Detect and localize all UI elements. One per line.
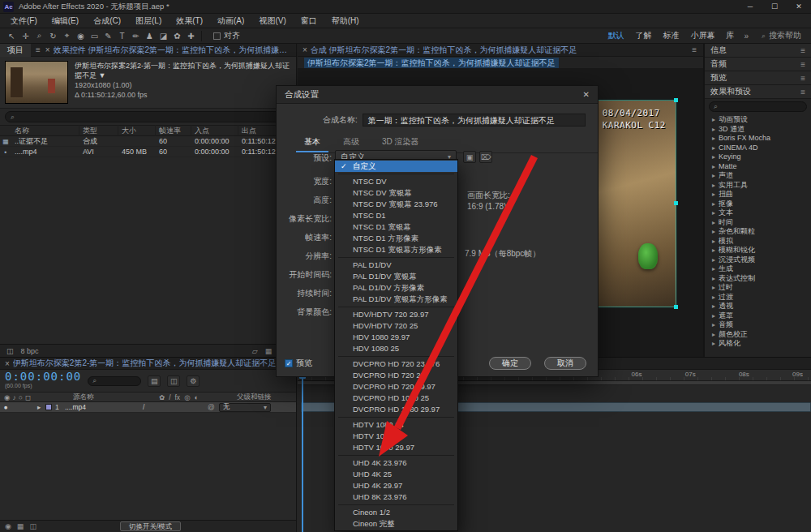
preset-menu-item[interactable]: UHD 8K 23.976: [335, 491, 457, 503]
toggle-switches-modes-button[interactable]: 切换开关/模式: [120, 521, 181, 531]
effects-category[interactable]: Matte: [705, 162, 811, 172]
help-search[interactable]: ⌕ 搜索帮助: [762, 30, 801, 41]
tab-close-icon[interactable]: ×: [45, 45, 50, 54]
half-icon[interactable]: ◫: [29, 522, 36, 530]
shape-tool-icon[interactable]: ▭: [88, 29, 101, 42]
lock-icon[interactable]: ◻: [25, 393, 31, 401]
menu-item[interactable]: 窗口: [294, 15, 324, 27]
layer-handle[interactable]: [674, 201, 678, 205]
preset-menu-item[interactable]: PAL D1/DV: [335, 260, 457, 271]
preset-menu-item[interactable]: DVCPRO HD 1080 25: [335, 393, 457, 404]
workspace-item[interactable]: 默认: [607, 30, 624, 41]
preset-menu-item[interactable]: HDTV 1080 25: [335, 431, 457, 442]
audio-icon[interactable]: ♪: [12, 393, 15, 401]
snap-toggle[interactable]: 对齐: [213, 30, 240, 41]
tab-close-icon[interactable]: ×: [5, 359, 10, 368]
effects-category[interactable]: 动画预设: [705, 115, 811, 125]
composition-mini-flowchart-icon[interactable]: ▤: [148, 375, 161, 387]
clone-stamp-tool-icon[interactable]: ♟: [143, 29, 157, 42]
column-header[interactable]: 类型: [79, 125, 118, 136]
tab-project[interactable]: 项目: [0, 44, 31, 57]
menu-item[interactable]: 视图(V): [251, 15, 293, 27]
workspace-item[interactable]: 小屏幕: [690, 30, 714, 41]
effects-category[interactable]: 颜色校正: [705, 330, 811, 340]
flyout-icon[interactable]: ▼: [99, 71, 106, 79]
effects-category[interactable]: 模糊和锐化: [705, 246, 811, 255]
effects-category[interactable]: Boris FX Mocha: [705, 134, 811, 144]
bit-depth-indicator[interactable]: 8 bpc: [21, 347, 39, 355]
layer-handle[interactable]: [674, 98, 678, 102]
parent-link-column[interactable]: 父级和链接: [237, 393, 296, 402]
workspace-overflow-icon[interactable]: »: [744, 32, 749, 41]
preset-menu-item[interactable]: UHD 4K 23.976: [335, 457, 457, 469]
effects-category[interactable]: 过时: [705, 283, 811, 293]
grid-icon[interactable]: ▦: [17, 522, 24, 530]
viewer-tab[interactable]: 合成 伊斯坦布尔探案2第一期：监控拍下凶杀，为何抓捕嫌疑人却证据不足: [311, 45, 687, 56]
preset-menu-item[interactable]: 自定义: [335, 161, 457, 172]
effects-category[interactable]: 声道: [705, 171, 811, 181]
effects-category[interactable]: 生成: [705, 264, 811, 274]
panel-menu-icon[interactable]: ≡: [800, 46, 805, 55]
zoom-tool-icon[interactable]: ⌕: [32, 29, 46, 42]
timeline-settings-icon[interactable]: ⚙: [187, 375, 200, 387]
layer-label-color[interactable]: [45, 404, 52, 410]
eye-icon[interactable]: ◉: [4, 393, 10, 401]
breadcrumb[interactable]: 伊斯坦布尔探案2第一期：监控拍下凶杀，为何抓捕嫌疑人却证据不足: [304, 58, 559, 68]
effects-category[interactable]: 表达式控制: [705, 274, 811, 284]
new-composition-icon[interactable]: ▦: [265, 347, 272, 355]
effects-category[interactable]: 遮罩: [705, 311, 811, 321]
preset-menu-item[interactable]: PAL D1/DV 方形像素: [335, 282, 457, 294]
preset-menu-item[interactable]: NTSC D1 宽银幕方形像素: [335, 244, 457, 255]
current-timecode[interactable]: 0:00:00:00: [5, 372, 81, 381]
menu-item[interactable]: 图层(L): [128, 15, 169, 27]
preset-menu-item[interactable]: NTSC DV: [335, 176, 457, 187]
preset-menu-item[interactable]: HDV 1080 25: [335, 343, 457, 354]
panel-menu-icon[interactable]: ≡: [800, 60, 805, 69]
effects-category[interactable]: 扭曲: [705, 190, 811, 200]
layer-switches[interactable]: /: [143, 403, 208, 411]
roto-brush-tool-icon[interactable]: ✿: [170, 29, 184, 42]
panel-menu-icon[interactable]: ≡: [800, 88, 805, 97]
preset-menu-item[interactable]: HDV 1080 29.97: [335, 332, 457, 343]
layer-twirl-icon[interactable]: ▸: [37, 403, 45, 411]
preset-menu-item[interactable]: DVCPRO HD 720 25: [335, 370, 457, 381]
side-panel-header[interactable]: 信息 ≡: [705, 44, 811, 58]
selection-tool-icon[interactable]: ↖: [5, 29, 19, 42]
frame-blend-icon[interactable]: ◎: [184, 393, 190, 401]
current-time-indicator[interactable]: [302, 370, 303, 532]
layer-visibility-icon[interactable]: ●: [0, 403, 11, 411]
hand-tool-icon[interactable]: ✛: [19, 29, 32, 42]
preset-menu-item[interactable]: NTSC D1 方形像素: [335, 233, 457, 244]
camera-tool-icon[interactable]: ⌖: [60, 29, 74, 42]
brush-tool-icon[interactable]: ✏: [129, 29, 143, 42]
orbit-camera-tool-icon[interactable]: ↻: [46, 29, 60, 42]
snap-checkbox[interactable]: [213, 32, 221, 40]
panel-menu-icon[interactable]: ≡: [800, 74, 805, 83]
effects-category[interactable]: 杂色和颗粒: [705, 227, 811, 237]
menu-item[interactable]: 合成(C): [86, 15, 128, 27]
panel-menu-icon[interactable]: ≡: [690, 45, 698, 54]
type-tool-icon[interactable]: T: [115, 29, 129, 42]
preset-menu-item[interactable]: DVCPRO HD 720 23.976: [335, 358, 457, 370]
menu-item[interactable]: 效果(T): [169, 15, 210, 27]
menu-item[interactable]: 动画(A): [210, 15, 251, 27]
save-preset-button[interactable]: ▣: [463, 151, 476, 163]
preset-menu-item[interactable]: UHD 4K 25: [335, 469, 457, 480]
timeline-search-input[interactable]: ⌕: [88, 376, 141, 386]
interpret-footage-icon[interactable]: ◫: [6, 347, 14, 355]
fx-icon[interactable]: fx: [175, 393, 181, 401]
source-name-column[interactable]: 源名称: [73, 393, 159, 402]
preset-menu-item[interactable]: HDTV 1080 24: [335, 419, 457, 431]
project-search-input[interactable]: ⌕: [5, 111, 291, 122]
workspace-item[interactable]: 库: [726, 30, 734, 41]
preset-menu-item[interactable]: PAL D1/DV 宽银幕: [335, 271, 457, 282]
..证据不足[interactable]: ▦ ..证据不足 合成 60 0:00:00:00 0:11:50:12: [0, 136, 296, 147]
preset-menu-item[interactable]: NTSC DV 宽银幕: [335, 187, 457, 199]
effects-category[interactable]: 风格化: [705, 339, 811, 349]
graph-editor-icon[interactable]: ◫: [167, 375, 180, 387]
side-panel-header[interactable]: 音频 ≡: [705, 58, 811, 71]
timeline-tab[interactable]: 伊斯坦布尔探案2第2-第一期：监控拍下凶杀，为何抓捕嫌疑人却证据不足: [13, 358, 276, 369]
effects-category[interactable]: 沉浸式视频: [705, 255, 811, 265]
effects-category[interactable]: 时间: [705, 218, 811, 228]
preset-menu-item[interactable]: Cineon 1/2: [335, 507, 457, 518]
